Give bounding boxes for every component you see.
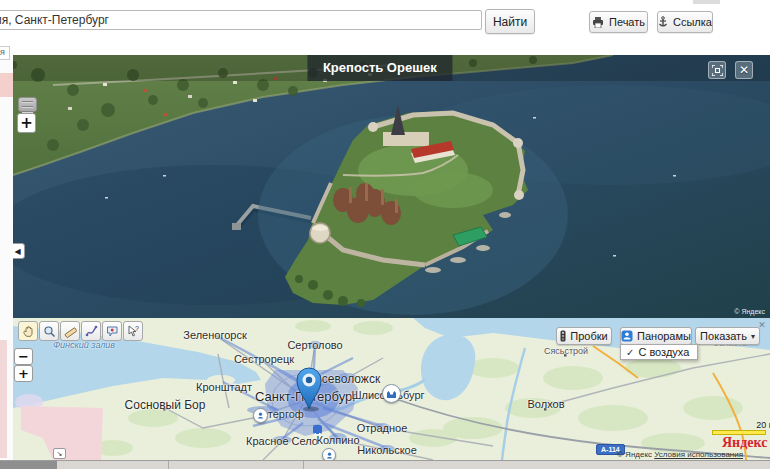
map-close-icon[interactable]: ✕ [756, 319, 768, 330]
suggest-fragment: я [0, 46, 10, 60]
scrollbar-thumb[interactable] [0, 461, 57, 469]
print-label: Печать [609, 16, 645, 28]
fortress-icon [386, 389, 397, 399]
photo-left-arrow-button[interactable]: ◀ [13, 243, 25, 259]
yandex-logo[interactable]: Яндекс [722, 435, 767, 451]
bottom-bar-separator [168, 461, 169, 469]
aerial-photo-panel[interactable]: Крепость Орешек ✕ + ◀ © Яндекс [13, 55, 770, 318]
checkmark-icon: ✓ [626, 347, 634, 358]
show-label: Показать [700, 330, 747, 342]
bottom-bar-separator [303, 461, 304, 469]
dropdown-item-label: С воздуха [638, 346, 689, 358]
anchor-icon [658, 16, 668, 28]
map-label: Сосновый Бор [125, 398, 206, 412]
photo-zoom-in-button[interactable]: + [17, 113, 36, 133]
yandex-maps-window: Найти Печать Ссылка я [0, 0, 770, 469]
map-zoom-out-button[interactable]: − [14, 348, 33, 365]
print-button[interactable]: Печать [589, 11, 648, 33]
bottom-scrollbar[interactable] [0, 460, 770, 469]
zoom-tool-button[interactable] [39, 321, 59, 341]
photo-copyright: © Яндекс [734, 308, 765, 315]
link-label: Ссылка [673, 16, 712, 28]
left-pink-region-2 [0, 340, 7, 458]
left-pink-region [0, 73, 13, 97]
map-panel[interactable]: ЗеленогорскСертоловоСестрорецкКронштадтВ… [13, 318, 770, 460]
traffic-light-icon [560, 330, 566, 342]
panoramas-button[interactable]: Панорамы [620, 327, 692, 345]
map-label: Сясьстрой [544, 346, 588, 356]
map-label: Сертолово [287, 339, 342, 351]
map-label: Волхов [528, 398, 565, 410]
terms-link[interactable]: Условия использования [654, 450, 743, 459]
search-input[interactable] [0, 10, 482, 30]
magnifier-icon [43, 325, 56, 338]
cursor-question-icon: ? [127, 325, 140, 338]
map-label: Финский залив [53, 340, 115, 350]
minimap-toggle-button[interactable]: ↘ [53, 448, 66, 459]
polyline-icon [85, 325, 98, 338]
panoramas-label: Панорамы [637, 330, 691, 342]
map-label: Сестрорецк [234, 353, 294, 365]
fullscreen-icon[interactable] [708, 61, 726, 79]
map-label: Красное Село [246, 435, 318, 447]
photo-zoom-slider-handle[interactable] [18, 97, 37, 112]
fortress-panorama-marker[interactable] [382, 384, 401, 403]
dropdown-item-from-air[interactable]: ✓ С воздуха [620, 344, 698, 360]
svg-text:?: ? [135, 325, 139, 332]
printer-icon [592, 17, 604, 28]
traffic-label: Пробки [570, 330, 607, 342]
panoramas-icon [621, 330, 633, 342]
map-attribution: © Яндекс Условия использования [617, 450, 743, 459]
panorama-marker[interactable] [322, 448, 336, 460]
balloon-pin-icon [106, 325, 119, 338]
top-search-bar: Найти Печать Ссылка [0, 0, 770, 55]
panorama-dot-icon [326, 452, 333, 459]
show-button[interactable]: Показать ▾ [695, 327, 760, 345]
panorama-marker[interactable] [253, 408, 268, 423]
map-label: Никольское [357, 444, 417, 456]
aerial-photo[interactable] [13, 55, 770, 318]
traffic-button[interactable]: Пробки [556, 327, 612, 345]
map-label: Кронштадт [196, 381, 252, 393]
map-label: Зеленогорск [183, 329, 246, 341]
placemark-pin[interactable] [294, 367, 324, 413]
scale-label: 20 км [725, 420, 770, 430]
ruler-tool-button[interactable] [60, 321, 80, 341]
map-label: Колпино [317, 434, 360, 446]
map-zoom-in-button[interactable]: + [14, 365, 33, 382]
top-edge-fragment [693, 0, 720, 4]
photo-title: Крепость Орешек [307, 55, 453, 81]
hand-icon [22, 325, 35, 338]
map-label: Отрадное [357, 422, 408, 434]
link-button[interactable]: Ссылка [657, 11, 713, 33]
polyline-tool-button[interactable] [81, 321, 101, 341]
panorama-dot-icon [257, 412, 264, 419]
close-icon[interactable]: ✕ [735, 61, 753, 79]
pan-tool-button[interactable] [18, 321, 38, 341]
find-button[interactable]: Найти [485, 9, 535, 34]
chevron-down-icon: ▾ [751, 332, 755, 341]
metro-icon [313, 425, 322, 434]
map-copyright: © Яндекс [617, 450, 652, 459]
ruler-icon [64, 325, 77, 338]
placemark-tool-button[interactable] [102, 321, 122, 341]
inspector-tool-button[interactable]: ? [123, 321, 143, 341]
